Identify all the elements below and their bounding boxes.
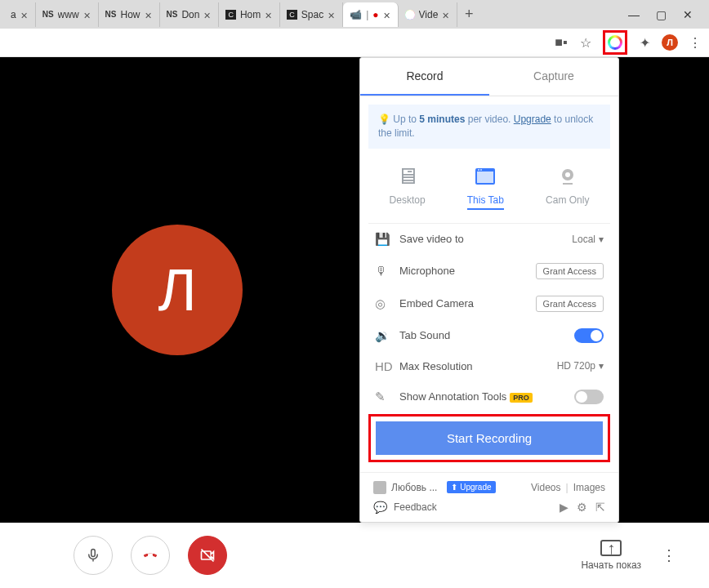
desktop-icon: 🖥 (390, 163, 426, 189)
hd-icon: HD (375, 359, 390, 373)
window-controls: — ▢ ✕ (628, 8, 705, 21)
close-icon[interactable]: ✕ (203, 11, 212, 19)
tab-6-active[interactable]: 📹|●✕ (343, 2, 398, 27)
save-to-option[interactable]: 💾 Save video to Local ▾ (360, 224, 618, 255)
tab-5[interactable]: CSpac✕ (280, 2, 343, 27)
sound-icon: 🔉 (375, 328, 390, 343)
meeting-controls: ↑ Начать показ ⋮ (0, 523, 709, 588)
tab-record[interactable]: Record (360, 58, 489, 96)
close-icon[interactable]: ✕ (328, 11, 336, 19)
annot-option: ✎ Show Annotation ToolsPRO (360, 381, 618, 412)
tab-icon (467, 163, 504, 189)
svg-rect-1 (477, 172, 493, 183)
tab-1[interactable]: NSwww✕ (36, 2, 99, 27)
feedback-icon: 💬 (373, 501, 387, 514)
mode-desktop[interactable]: 🖥 Desktop (390, 163, 426, 210)
grant-mic-button[interactable]: Grant Access (536, 263, 604, 279)
start-highlight: Start Recording (368, 414, 610, 462)
mode-cam[interactable]: Cam Only (546, 163, 589, 210)
bookmark-icon[interactable]: ☆ (578, 35, 593, 50)
annot-toggle[interactable] (574, 390, 604, 404)
webcam-icon (546, 163, 589, 189)
svg-point-2 (478, 169, 479, 171)
extension-highlight (603, 30, 627, 55)
sound-toggle[interactable] (574, 328, 604, 343)
recorder-panel: Record Capture 💡 Up to 5 minutes per vid… (359, 57, 619, 523)
panel-tabs: Record Capture (360, 58, 618, 96)
svg-point-5 (565, 172, 570, 177)
present-button[interactable]: ↑ Начать показ (581, 540, 641, 571)
upgrade-badge[interactable]: ⬆ Upgrade (447, 481, 495, 493)
res-option[interactable]: HD Max Resolution HD 720p ▾ (360, 351, 618, 381)
popout-icon[interactable]: ⇱ (595, 501, 605, 514)
participant-avatar: Л (112, 225, 243, 355)
mic-option: 🎙 Microphone Grant Access (360, 255, 618, 287)
bulb-icon: 💡 (378, 114, 393, 125)
svg-point-3 (480, 169, 482, 171)
feedback-link[interactable]: Feedback (394, 501, 437, 513)
tab-4[interactable]: CHom✕ (219, 2, 280, 27)
record-modes: 🖥 Desktop This Tab Cam Only (368, 157, 610, 224)
browser-toolbar: ■▪ ☆ ✦ Л ⋮ (0, 29, 709, 57)
grant-cam-button[interactable]: Grant Access (536, 296, 604, 312)
camera-icon[interactable]: ■▪ (554, 35, 569, 50)
present-icon: ↑ (600, 540, 622, 556)
tab-7[interactable]: Vide✕ (399, 2, 458, 27)
minimize-button[interactable]: — (628, 8, 640, 21)
camera-icon: ◎ (375, 296, 390, 311)
limit-banner: 💡 Up to 5 minutes per video. Upgrade to … (368, 105, 610, 149)
tab-0[interactable]: a✕ (4, 2, 36, 27)
pen-icon: ✎ (375, 390, 390, 404)
logo-icon (405, 10, 415, 20)
videos-link[interactable]: Videos (531, 482, 560, 493)
profile-avatar[interactable]: Л (662, 34, 678, 51)
new-tab-button[interactable]: + (457, 6, 480, 23)
camera-off-button[interactable] (188, 536, 227, 575)
pro-badge: PRO (510, 393, 533, 403)
footer-user[interactable]: Любовь ... (373, 481, 437, 494)
user-avatar-icon (373, 481, 386, 494)
panel-footer: Любовь ... ⬆ Upgrade Videos | Images 💬 F… (360, 472, 618, 522)
maximize-button[interactable]: ▢ (656, 8, 667, 21)
browser-tabs: a✕ NSwww✕ NSHow✕ NSDon✕ CHom✕ CSpac✕ 📹|●… (0, 0, 709, 29)
mic-icon: 🎙 (375, 264, 390, 278)
tab-3[interactable]: NSDon✕ (160, 2, 220, 27)
video-library-icon[interactable]: ▶ (560, 501, 569, 514)
camera-icon: 📹 (350, 9, 362, 20)
extensions-icon[interactable]: ✦ (637, 35, 652, 50)
hangup-button[interactable] (131, 536, 170, 575)
save-icon: 💾 (375, 232, 390, 247)
more-options-button[interactable]: ⋮ (662, 546, 676, 564)
close-icon[interactable]: ✕ (83, 11, 91, 19)
close-icon[interactable]: ✕ (383, 11, 391, 19)
settings-icon[interactable]: ⚙ (577, 501, 587, 514)
mode-tab[interactable]: This Tab (467, 163, 504, 210)
menu-icon[interactable]: ⋮ (688, 35, 702, 50)
close-icon[interactable]: ✕ (145, 11, 153, 19)
recorder-extension-icon[interactable] (608, 35, 622, 50)
mic-button[interactable] (74, 536, 113, 575)
start-recording-button[interactable]: Start Recording (376, 421, 603, 455)
close-icon[interactable]: ✕ (265, 11, 273, 19)
close-icon[interactable]: ✕ (20, 11, 29, 19)
embed-option: ◎ Embed Camera Grant Access (360, 287, 618, 320)
images-link[interactable]: Images (573, 482, 605, 493)
sound-option: 🔉 Tab Sound (360, 320, 618, 351)
upgrade-link[interactable]: Upgrade (514, 114, 551, 125)
close-icon[interactable]: ✕ (442, 11, 450, 19)
tab-2[interactable]: NSHow✕ (99, 2, 160, 27)
tab-capture[interactable]: Capture (489, 58, 618, 96)
close-window-button[interactable]: ✕ (683, 8, 693, 21)
